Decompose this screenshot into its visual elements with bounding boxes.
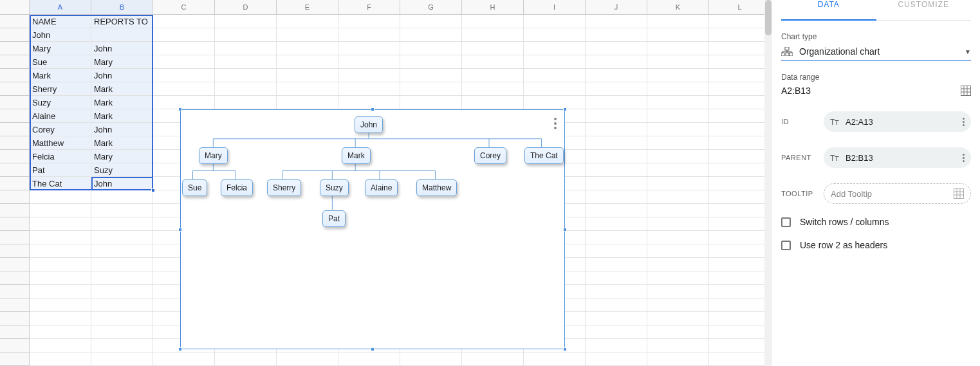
cell[interactable] (709, 298, 771, 312)
cell[interactable] (30, 298, 91, 312)
cell[interactable] (91, 298, 153, 312)
cell[interactable] (709, 55, 771, 69)
cell[interactable] (586, 312, 647, 325)
cell[interactable] (709, 109, 771, 123)
row-header[interactable] (0, 285, 30, 298)
cell[interactable] (30, 244, 91, 258)
select-range-icon[interactable] (961, 86, 971, 96)
scrollbar-thumb[interactable] (765, 0, 772, 35)
cell[interactable] (524, 82, 586, 96)
cell[interactable] (153, 55, 215, 69)
cell[interactable] (647, 312, 709, 325)
cell[interactable] (30, 285, 91, 298)
cell[interactable] (586, 298, 647, 312)
cell[interactable] (153, 96, 215, 109)
cell[interactable] (277, 28, 338, 42)
cell[interactable] (338, 82, 400, 96)
cell[interactable] (462, 352, 524, 366)
tab-data[interactable]: DATA (781, 0, 876, 21)
cell[interactable] (647, 258, 709, 271)
cell[interactable]: Alaine (30, 109, 91, 123)
cell[interactable] (524, 28, 586, 42)
id-field[interactable]: Tᴛ A2:A13 (824, 111, 971, 132)
row-header[interactable] (0, 204, 30, 217)
cell[interactable] (215, 82, 277, 96)
cell[interactable] (153, 42, 215, 55)
cell[interactable] (524, 55, 586, 69)
use-row-2-headers-checkbox[interactable]: Use row 2 as headers (781, 240, 971, 250)
cell[interactable]: Mary (91, 55, 153, 69)
cell[interactable]: John (91, 69, 153, 82)
cell[interactable] (586, 82, 647, 96)
cell[interactable] (647, 204, 709, 217)
cell[interactable] (91, 352, 153, 366)
row-header[interactable] (0, 55, 30, 69)
cell[interactable] (462, 96, 524, 109)
row-header[interactable] (0, 163, 30, 177)
cell[interactable] (647, 271, 709, 285)
cell[interactable] (30, 231, 91, 244)
cell[interactable]: John (91, 177, 153, 190)
cell[interactable] (215, 42, 277, 55)
cell[interactable] (709, 217, 771, 231)
cell[interactable]: Suzy (91, 163, 153, 177)
cell[interactable] (400, 15, 462, 28)
row-header[interactable] (0, 136, 30, 150)
cell[interactable] (30, 352, 91, 366)
cell[interactable]: Matthew (30, 136, 91, 150)
org-node-matthew[interactable]: Matthew (416, 179, 457, 196)
chart-object[interactable]: John Mary Mark Corey The Cat Sue Felcia … (180, 109, 565, 349)
cell[interactable] (400, 96, 462, 109)
cell[interactable] (30, 217, 91, 231)
cell[interactable] (586, 190, 647, 204)
data-range-value[interactable]: A2:B13 (781, 86, 811, 96)
col-header-G[interactable]: G (400, 0, 462, 15)
cell[interactable] (153, 28, 215, 42)
cell[interactable] (215, 55, 277, 69)
cell[interactable] (709, 42, 771, 55)
cell[interactable] (586, 177, 647, 190)
spreadsheet[interactable]: A B C D E F G H I J K L NAMEREPORTS TOJo… (0, 0, 772, 366)
cell[interactable] (709, 190, 771, 204)
org-node-thecat[interactable]: The Cat (524, 147, 564, 164)
row-header[interactable] (0, 28, 30, 42)
chart-type-dropdown[interactable]: Organizational chart ▼ (781, 41, 971, 61)
cell[interactable] (647, 352, 709, 366)
org-node-felcia[interactable]: Felcia (221, 179, 253, 196)
cell[interactable] (91, 325, 153, 339)
tab-customize[interactable]: CUSTOMIZE (876, 0, 972, 20)
cell[interactable] (462, 42, 524, 55)
cell[interactable] (647, 298, 709, 312)
cell[interactable] (647, 339, 709, 352)
cell[interactable] (586, 109, 647, 123)
cell[interactable] (91, 244, 153, 258)
cell[interactable] (400, 82, 462, 96)
cell[interactable] (524, 15, 586, 28)
cell[interactable] (586, 42, 647, 55)
cell[interactable] (586, 352, 647, 366)
cell[interactable] (647, 190, 709, 204)
cell[interactable] (91, 204, 153, 217)
cell[interactable] (647, 325, 709, 339)
cell[interactable] (647, 69, 709, 82)
cell[interactable] (709, 231, 771, 244)
cell[interactable] (709, 271, 771, 285)
cell[interactable] (30, 325, 91, 339)
col-header-A[interactable]: A (30, 0, 91, 15)
cell[interactable] (91, 312, 153, 325)
cell[interactable] (277, 82, 338, 96)
row-header[interactable] (0, 231, 30, 244)
cell[interactable] (462, 28, 524, 42)
switch-rows-columns-checkbox[interactable]: Switch rows / columns (781, 217, 971, 227)
cell[interactable] (586, 55, 647, 69)
cell[interactable] (709, 82, 771, 96)
col-header-I[interactable]: I (524, 0, 586, 15)
cell[interactable] (586, 231, 647, 244)
row-header[interactable] (0, 82, 30, 96)
cell[interactable] (400, 352, 462, 366)
org-node-sherry[interactable]: Sherry (267, 179, 301, 196)
cell[interactable] (647, 163, 709, 177)
cell[interactable] (709, 163, 771, 177)
cell[interactable]: Suzy (30, 96, 91, 109)
cell[interactable] (91, 339, 153, 352)
